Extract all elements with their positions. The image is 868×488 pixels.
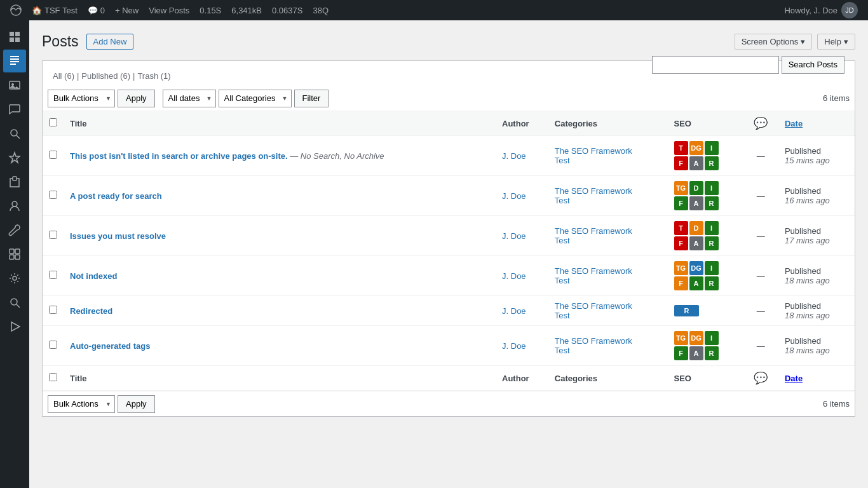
seo-badge: A [689,156,703,170]
row-checkbox[interactable] [49,151,57,159]
post-title-link[interactable]: Issues you must resolve [70,231,166,241]
category-link[interactable]: The SEO Framework [555,146,632,156]
category-link[interactable]: The SEO Framework [555,266,632,276]
bulk-actions-wrapper: Bulk Actions [48,90,115,107]
row-seo-cell: TGDGIFAR [668,326,743,366]
sidebar-item-play[interactable] [3,315,26,338]
bulk-actions-bottom-select[interactable]: Bulk Actions [48,395,115,413]
post-title-link[interactable]: A post ready for search [70,191,162,201]
author-link[interactable]: J. Doe [502,231,526,241]
user-menu[interactable]: Howdy, J. Doe JD [779,2,863,18]
select-all-footer-checkbox[interactable] [49,373,57,381]
post-date-status: Published [785,336,848,346]
row-date-cell: Published18 mins ago [778,326,855,366]
category-link-test[interactable]: Test [555,156,570,165]
sidebar-item-media[interactable] [3,74,26,97]
category-link-test[interactable]: Test [555,236,570,245]
sidebar-item-settings[interactable] [3,267,26,290]
svg-rect-5 [10,56,19,57]
comments-link[interactable]: 💬 0 [83,0,110,20]
header-title-col: Title [64,111,496,136]
sidebar-item-plugins[interactable] [3,170,26,193]
select-all-checkbox[interactable] [49,118,57,126]
sidebar-item-tools[interactable] [3,219,26,241]
row-checkbox-cell [43,256,64,296]
dates-select[interactable]: All dates [163,90,216,107]
seo-badge-full: R [674,305,700,316]
row-categories-cell: The SEO FrameworkTest [548,176,668,216]
post-date-time: 15 mins ago [785,156,848,165]
category-link[interactable]: The SEO Framework [555,186,632,196]
header-checkbox-col [43,111,64,136]
page-header: Posts Add New Screen Options ▾ Help ▾ [42,33,855,50]
filter-published[interactable]: Published (6) [81,71,130,81]
seo-badge: I [705,221,719,235]
category-link[interactable]: The SEO Framework [555,301,632,311]
sidebar-item-users[interactable] [3,194,26,217]
site-name[interactable]: 🏠 TSF Test [27,0,83,20]
svg-rect-16 [15,249,20,254]
seo-badge: I [705,261,719,275]
post-date-time: 17 mins ago [785,236,848,245]
post-date-status: Published [785,146,848,156]
category-link-test[interactable]: Test [555,346,570,355]
seo-badge: D [689,181,703,195]
search-input[interactable] [652,56,779,74]
sidebar-item-appearance[interactable] [3,146,26,169]
seo-badge: R [705,196,719,210]
help-button[interactable]: Help ▾ [817,34,855,50]
post-title-link[interactable]: Not indexed [70,271,117,281]
add-new-button[interactable]: Add New [86,34,134,50]
row-checkbox[interactable] [49,231,57,239]
table-row: RedirectedJ. DoeThe SEO FrameworkTestR—P… [43,296,855,326]
author-link[interactable]: J. Doe [502,341,526,351]
author-link[interactable]: J. Doe [502,271,526,281]
filter-trash[interactable]: Trash (1) [137,71,170,81]
categories-select[interactable]: All Categories [219,90,292,107]
category-link[interactable]: The SEO Framework [555,226,632,236]
category-link-test[interactable]: Test [555,276,570,285]
bulk-actions-select[interactable]: Bulk Actions [48,90,115,107]
category-link-test[interactable]: Test [555,196,570,205]
row-author-cell: J. Doe [496,216,548,256]
post-title-link[interactable]: Auto-generated tags [70,341,150,351]
seo-badge: F [674,276,688,290]
wp-logo[interactable] [5,0,27,20]
comments-icon: 💬 [88,6,98,15]
sidebar-item-comments[interactable] [3,98,26,121]
footer-title-col: Title [64,366,496,391]
sidebar-item-seo[interactable] [3,122,26,145]
avatar: JD [841,2,858,18]
author-link[interactable]: J. Doe [502,306,526,316]
filter-all[interactable]: All (6) [53,71,74,81]
seo-badge: I [705,331,719,345]
sidebar-item-import[interactable] [3,243,26,266]
category-link-test[interactable]: Test [555,311,570,320]
sort-date-footer-link[interactable]: Date [785,374,803,383]
row-title-cell: This post isn't listed in search or arch… [64,136,496,176]
sort-date-link[interactable]: Date [785,119,803,128]
post-title-link[interactable]: This post isn't listed in search or arch… [70,151,288,161]
apply-button[interactable]: Apply [118,90,155,107]
search-posts-button[interactable]: Search Posts [782,56,844,74]
author-link[interactable]: J. Doe [502,191,526,201]
sidebar-item-search[interactable] [3,291,26,314]
author-link[interactable]: J. Doe [502,151,526,161]
view-posts[interactable]: View Posts [144,0,194,20]
bulk-actions-bottom-wrapper: Bulk Actions [48,395,115,413]
sidebar [0,20,29,488]
sidebar-item-posts[interactable] [3,50,26,72]
screen-options-button[interactable]: Screen Options ▾ [735,34,813,50]
apply-bottom-button[interactable]: Apply [118,395,155,413]
sidebar-item-dashboard[interactable] [3,25,26,48]
new-content[interactable]: + New [110,0,144,20]
row-checkbox[interactable] [49,271,57,279]
site-name-icon: 🏠 [32,6,42,15]
filter-button[interactable]: Filter [294,90,329,107]
category-link[interactable]: The SEO Framework [555,336,632,346]
row-checkbox[interactable] [49,191,57,199]
post-title-link[interactable]: Redirected [70,306,112,316]
row-checkbox[interactable] [49,341,57,349]
row-checkbox[interactable] [49,306,57,314]
table-row: This post isn't listed in search or arch… [43,136,855,176]
